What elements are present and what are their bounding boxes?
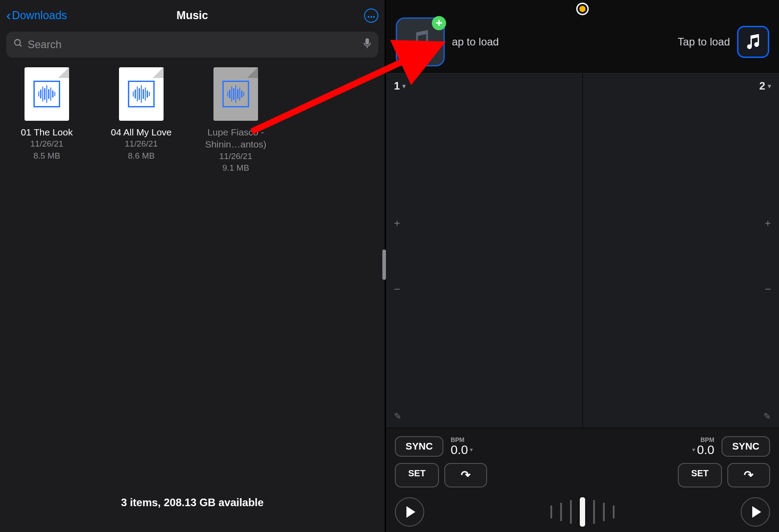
- svg-point-0: [15, 40, 20, 45]
- chevron-down-icon: ▾: [692, 446, 695, 453]
- chevron-down-icon: ▾: [470, 446, 473, 453]
- tap-to-load-label-right: Tap to load: [678, 36, 730, 48]
- play-button-b[interactable]: [741, 497, 770, 527]
- play-icon: [752, 506, 761, 518]
- audio-file-icon: [119, 67, 164, 121]
- folder-title: Music: [176, 9, 208, 22]
- crossfader-tick: [593, 500, 595, 524]
- deck-a-drop-target[interactable]: +: [396, 17, 445, 66]
- crossfader[interactable]: [550, 497, 615, 527]
- file-item[interactable]: 01 The Look 11/26/21 8.5 MB: [9, 67, 85, 174]
- crossfader-knob[interactable]: [580, 497, 585, 527]
- controls-footer: SYNC BPM 0.0▾ BPM ▾0.0 SYNC SET ↷ SET: [386, 428, 779, 532]
- tap-to-load-label-left: ap to load: [452, 36, 499, 48]
- reloop-button-b[interactable]: ↷: [727, 463, 770, 487]
- files-grid: 01 The Look 11/26/21 8.5 MB 04 All My Lo…: [0, 67, 385, 174]
- files-panel: ‹ Downloads Music 01 The Look 11/26/21 8…: [0, 0, 386, 532]
- crossfader-tick: [560, 503, 562, 521]
- file-name: 01 The Look: [21, 126, 73, 138]
- file-size: 8.5 MB: [33, 150, 60, 162]
- crossfader-tick: [613, 505, 615, 519]
- audio-file-icon: [213, 67, 258, 121]
- pencil-icon[interactable]: ✎: [763, 411, 771, 422]
- sync-button-a[interactable]: SYNC: [395, 436, 443, 457]
- deck-b-load-button[interactable]: [737, 26, 769, 58]
- file-size: 9.1 MB: [222, 162, 249, 174]
- decks-row: 1 ▾ + − ✎ 2 ▾ + − ✎: [386, 73, 779, 428]
- pitch-down-button[interactable]: −: [765, 283, 771, 295]
- set-group-left: SET ↷: [395, 463, 487, 487]
- pitch-up-button[interactable]: +: [765, 217, 771, 229]
- set-row: SET ↷ SET ↷: [395, 463, 770, 487]
- search-input[interactable]: [28, 38, 359, 51]
- audio-file-icon: [25, 67, 69, 121]
- bpm-block-a[interactable]: BPM 0.0▾: [451, 437, 473, 456]
- set-group-right: SET ↷: [678, 463, 770, 487]
- file-date: 11/26/21: [219, 151, 252, 163]
- search-icon: [13, 38, 23, 51]
- reloop-button-a[interactable]: ↷: [444, 463, 487, 487]
- chevron-down-icon: ▾: [402, 82, 406, 90]
- chevron-down-icon: ▾: [768, 82, 771, 90]
- sync-row: SYNC BPM 0.0▾ BPM ▾0.0 SYNC: [395, 436, 770, 457]
- deck-number: 1: [394, 80, 400, 92]
- file-name: 04 All My Love: [111, 126, 172, 138]
- svg-line-1: [20, 45, 22, 47]
- music-note-icon: [745, 33, 762, 50]
- play-button-a[interactable]: [395, 497, 424, 527]
- sync-group-left: SYNC BPM 0.0▾: [395, 436, 473, 457]
- mic-icon[interactable]: [363, 38, 371, 51]
- more-button[interactable]: [364, 8, 378, 23]
- back-label: Downloads: [12, 9, 67, 22]
- ellipsis-icon: [367, 12, 375, 20]
- deck-b-body[interactable]: + − ✎: [583, 98, 779, 428]
- crossfader-tick: [550, 505, 552, 519]
- file-date: 11/26/21: [125, 138, 158, 150]
- chevron-left-icon: ‹: [6, 7, 11, 24]
- back-button[interactable]: ‹ Downloads: [6, 7, 67, 24]
- record-indicator[interactable]: [576, 3, 589, 15]
- files-footer-status: 3 items, 208.13 GB available: [0, 475, 385, 532]
- set-cue-button-a[interactable]: SET: [395, 463, 439, 487]
- sync-group-right: BPM ▾0.0 SYNC: [692, 436, 770, 457]
- pitch-down-button[interactable]: −: [394, 283, 400, 295]
- bpm-label: BPM: [451, 437, 464, 443]
- bpm-value: 0.0: [451, 443, 468, 456]
- play-icon: [406, 506, 415, 518]
- bpm-block-b[interactable]: BPM ▾0.0: [692, 437, 714, 456]
- load-side-right: Tap to load: [678, 26, 769, 58]
- deck-a-header[interactable]: 1 ▾: [386, 74, 582, 98]
- files-header: ‹ Downloads Music: [0, 0, 385, 28]
- file-date: 11/26/21: [30, 138, 63, 150]
- bpm-label: BPM: [701, 437, 714, 443]
- deck-b-header[interactable]: 2 ▾: [583, 74, 779, 98]
- file-name: Lupe Fiasco - Shinin…antos): [198, 126, 274, 151]
- record-dot-icon: [579, 6, 586, 12]
- svg-rect-2: [365, 38, 369, 45]
- plus-badge-icon: +: [432, 16, 446, 30]
- search-bar[interactable]: [6, 32, 378, 57]
- dj-panel: + ap to load Tap to load 1 ▾ + − ✎ 2: [386, 0, 779, 532]
- pencil-icon[interactable]: ✎: [394, 411, 402, 422]
- deck-b: 2 ▾ + − ✎: [583, 74, 779, 428]
- redo-icon: ↷: [744, 468, 754, 482]
- file-size: 8.6 MB: [128, 150, 155, 162]
- file-item-dragging[interactable]: Lupe Fiasco - Shinin…antos) 11/26/21 9.1…: [198, 67, 274, 174]
- crossfader-tick: [603, 503, 605, 521]
- sync-button-b[interactable]: SYNC: [722, 436, 770, 457]
- music-notes-icon: [406, 28, 435, 56]
- redo-icon: ↷: [461, 468, 471, 482]
- split-handle[interactable]: [382, 250, 386, 280]
- pitch-up-button[interactable]: +: [394, 217, 400, 229]
- file-item[interactable]: 04 All My Love 11/26/21 8.6 MB: [103, 67, 179, 174]
- deck-a: 1 ▾ + − ✎: [386, 74, 583, 428]
- load-side-left: + ap to load: [396, 17, 499, 66]
- deck-number: 2: [759, 80, 765, 92]
- crossfader-tick: [570, 500, 572, 524]
- deck-a-body[interactable]: + − ✎: [386, 98, 582, 428]
- bpm-value: 0.0: [697, 443, 714, 456]
- play-row: [395, 497, 770, 532]
- set-cue-button-b[interactable]: SET: [678, 463, 722, 487]
